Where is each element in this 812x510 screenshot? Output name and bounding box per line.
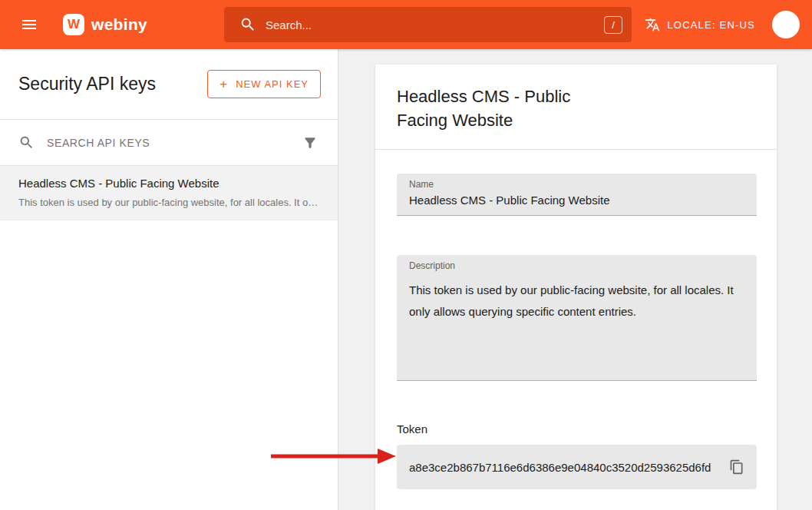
card-title: Headless CMS - Public Facing Website	[397, 84, 604, 132]
api-keys-sidebar: Security API keys + NEW API KEY Headless…	[0, 49, 338, 510]
search-icon	[239, 16, 256, 33]
token-label: Token	[397, 422, 757, 435]
hamburger-icon	[20, 15, 38, 34]
list-item-title: Headless CMS - Public Facing Website	[18, 177, 319, 190]
menu-icon[interactable]	[17, 12, 41, 37]
list-item-description: This token is used by our public-facing …	[18, 197, 319, 208]
translate-icon	[645, 17, 660, 32]
global-search[interactable]: /	[224, 7, 632, 42]
plus-icon: +	[220, 80, 228, 89]
slash-shortcut-badge: /	[604, 16, 622, 34]
name-field-value: Headless CMS - Public Facing Website	[409, 193, 744, 208]
webiny-logo-badge: W	[63, 14, 84, 35]
detail-panel: Headless CMS - Public Facing Website Nam…	[338, 49, 812, 510]
description-field-value: This token is used by our public-facing …	[409, 280, 744, 323]
token-section: Token a8e3ce2b867b7116e6d6386e9e04840c35…	[397, 422, 757, 489]
api-key-search-row	[0, 119, 338, 166]
name-field[interactable]: Name Headless CMS - Public Facing Websit…	[397, 174, 757, 216]
description-field-label: Description	[409, 260, 744, 271]
copy-icon	[729, 459, 744, 475]
token-value: a8e3ce2b867b7116e6d6386e9e04840c3520d259…	[409, 461, 711, 474]
app-window: W webiny / LOCALE: EN-US Security API ke…	[0, 0, 812, 510]
token-box: a8e3ce2b867b7116e6d6386e9e04840c3520d259…	[397, 445, 757, 489]
new-api-key-label: NEW API KEY	[236, 78, 309, 90]
logo-text: webiny	[91, 15, 147, 34]
new-api-key-button[interactable]: + NEW API KEY	[207, 70, 321, 98]
api-key-card: Headless CMS - Public Facing Website Nam…	[375, 65, 777, 510]
locale-label: LOCALE: EN-US	[667, 19, 755, 31]
search-icon	[18, 134, 35, 151]
sidebar-header: Security API keys + NEW API KEY	[0, 49, 338, 119]
avatar[interactable]	[772, 11, 800, 38]
list-item[interactable]: Headless CMS - Public Facing Website Thi…	[0, 166, 338, 220]
card-body: Name Headless CMS - Public Facing Websit…	[375, 150, 777, 510]
description-field[interactable]: Description This token is used by our pu…	[397, 255, 757, 381]
page-title: Security API keys	[18, 74, 156, 94]
api-keys-list: Headless CMS - Public Facing Website Thi…	[0, 166, 338, 220]
logo-letter: W	[68, 17, 80, 32]
filter-icon	[302, 135, 318, 151]
api-key-search-input[interactable]	[45, 136, 290, 150]
name-field-label: Name	[409, 179, 744, 190]
locale-selector[interactable]: LOCALE: EN-US	[645, 17, 755, 32]
topbar: W webiny / LOCALE: EN-US	[0, 0, 812, 49]
global-search-input[interactable]	[264, 18, 604, 32]
filter-button[interactable]	[301, 134, 319, 152]
content-area: Security API keys + NEW API KEY Headless…	[0, 49, 812, 510]
copy-button[interactable]	[726, 456, 748, 478]
card-header: Headless CMS - Public Facing Website	[375, 65, 777, 150]
webiny-logo[interactable]: W webiny	[63, 14, 147, 35]
